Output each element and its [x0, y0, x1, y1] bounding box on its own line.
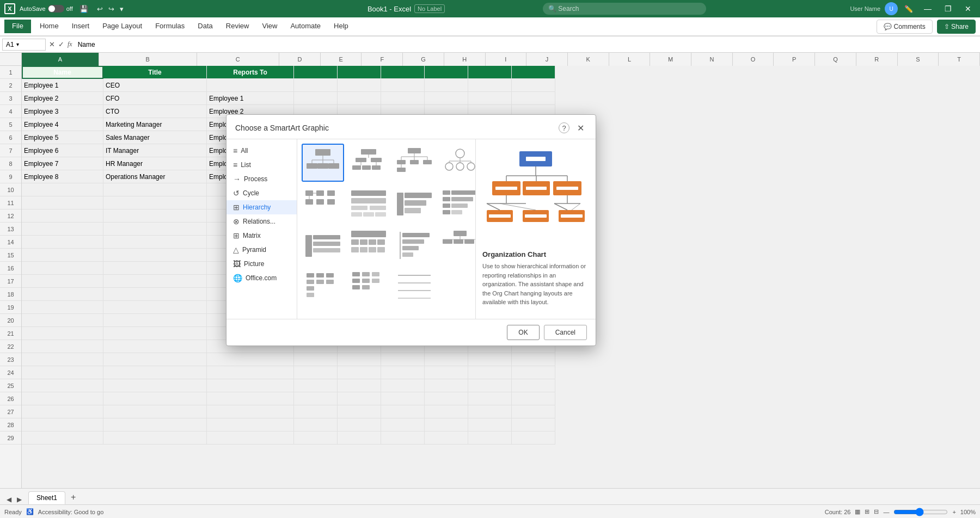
category-picture[interactable]: 🖼 Picture	[226, 257, 297, 271]
svg-rect-114	[495, 187, 517, 190]
svg-rect-83	[402, 246, 419, 250]
category-picture-label: Picture	[244, 260, 264, 268]
svg-rect-57	[405, 200, 426, 206]
chart-thumb-13[interactable]	[347, 268, 390, 306]
svg-rect-13	[356, 158, 366, 162]
category-all[interactable]: ≡ All	[226, 144, 297, 158]
svg-rect-59	[443, 190, 450, 195]
matrix-icon: ⊞	[233, 231, 240, 240]
svg-rect-89	[464, 239, 474, 244]
category-matrix-label: Matrix	[243, 232, 261, 239]
svg-rect-82	[402, 239, 424, 244]
relationship-icon: ⊗	[233, 217, 240, 226]
chart-thumb-10[interactable]	[393, 226, 436, 264]
dialog-body: ≡ All ≡ List → Process ↺ Cycle ⊞ Hiera	[226, 139, 596, 319]
dialog-close-button[interactable]: ✕	[574, 121, 587, 134]
svg-rect-70	[313, 248, 340, 252]
dialog-footer: OK Cancel	[226, 319, 596, 346]
dialog-header-icons: ? ✕	[559, 121, 587, 134]
svg-rect-19	[372, 165, 381, 170]
chart-thumb-7[interactable]	[439, 185, 476, 223]
chart-thumb-8[interactable]	[302, 226, 344, 264]
svg-rect-20	[408, 148, 421, 153]
svg-rect-30	[397, 168, 406, 172]
svg-point-33	[445, 163, 453, 170]
svg-rect-42	[316, 190, 324, 196]
svg-rect-99	[352, 272, 360, 276]
smartart-dialog: Choose a SmartArt Graphic ? ✕ ≡ All ≡ Li…	[226, 114, 596, 346]
category-relationship[interactable]: ⊗ Relations...	[226, 214, 297, 229]
chart-thumb-9[interactable]	[347, 226, 390, 264]
svg-rect-65	[443, 210, 450, 214]
category-cycle-label: Cycle	[243, 189, 259, 197]
chart-preview-description: Use to show hierarchical information or …	[482, 262, 589, 307]
svg-rect-87	[443, 239, 452, 244]
svg-rect-105	[372, 272, 379, 276]
svg-rect-78	[369, 247, 376, 252]
category-cycle[interactable]: ↺ Cycle	[226, 186, 297, 200]
svg-rect-53	[363, 212, 374, 217]
chart-thumb-0[interactable]	[302, 144, 344, 182]
svg-rect-62	[451, 197, 473, 201]
svg-rect-75	[377, 239, 385, 245]
category-matrix[interactable]: ⊞ Matrix	[226, 229, 297, 243]
pyramid-icon: △	[233, 245, 239, 254]
chart-thumb-12[interactable]	[302, 268, 344, 306]
dialog-categories: ≡ All ≡ List → Process ↺ Cycle ⊞ Hiera	[226, 139, 297, 319]
category-process-label: Process	[244, 175, 267, 183]
category-pyramid-label: Pyramid	[242, 246, 266, 254]
svg-rect-66	[451, 210, 462, 214]
svg-point-31	[456, 149, 464, 158]
chart-thumb-5[interactable]	[347, 185, 390, 223]
chart-thumb-2[interactable]	[393, 144, 436, 182]
preview-chart-image	[481, 146, 590, 244]
dialog-ok-button[interactable]: OK	[507, 325, 539, 340]
svg-rect-50	[351, 206, 367, 210]
svg-rect-48	[351, 190, 386, 196]
svg-rect-44	[305, 199, 313, 205]
svg-rect-46	[327, 190, 335, 196]
all-icon: ≡	[233, 146, 237, 155]
svg-rect-61	[443, 197, 450, 201]
svg-rect-100	[352, 279, 360, 283]
svg-rect-79	[377, 247, 385, 252]
svg-rect-93	[307, 286, 314, 291]
svg-rect-18	[362, 165, 371, 170]
chart-thumb-4[interactable]	[302, 185, 344, 223]
svg-rect-28	[423, 160, 432, 164]
svg-rect-102	[362, 272, 370, 276]
chart-thumb-11[interactable]	[439, 226, 476, 264]
svg-rect-92	[307, 280, 314, 284]
dialog-cancel-button[interactable]: Cancel	[544, 325, 587, 340]
dialog-title: Choose a SmartArt Graphic	[235, 124, 329, 132]
category-pyramid[interactable]: △ Pyramid	[226, 243, 297, 257]
chart-preview-name: Organization Chart	[482, 250, 546, 258]
svg-rect-55	[397, 193, 403, 215]
svg-rect-17	[352, 165, 361, 170]
svg-rect-76	[351, 247, 359, 252]
svg-rect-73	[360, 239, 367, 245]
svg-rect-84	[402, 252, 413, 257]
svg-rect-101	[352, 285, 360, 289]
dialog-preview: Organization Chart Use to show hierarchi…	[476, 139, 596, 319]
officecom-icon: 🌐	[233, 274, 242, 282]
chart-thumb-3[interactable]	[439, 144, 476, 182]
category-list[interactable]: ≡ List	[226, 158, 297, 172]
svg-rect-63	[443, 203, 450, 208]
category-officecom[interactable]: 🌐 Office.com	[226, 271, 297, 285]
category-list-label: List	[241, 161, 251, 169]
svg-point-35	[467, 163, 475, 170]
chart-thumb-6[interactable]	[393, 185, 436, 223]
picture-icon: 🖼	[233, 260, 241, 268]
dialog-help-button[interactable]: ?	[559, 122, 569, 133]
chart-thumb-14[interactable]	[393, 268, 436, 306]
svg-rect-68	[313, 235, 340, 239]
category-hierarchy[interactable]: ⊞ Hierarchy	[226, 200, 297, 214]
svg-rect-106	[372, 279, 379, 283]
svg-line-133	[500, 203, 536, 210]
chart-thumb-1[interactable]	[347, 144, 390, 182]
category-hierarchy-label: Hierarchy	[243, 203, 271, 211]
svg-rect-88	[454, 239, 463, 244]
svg-rect-10	[328, 163, 339, 169]
category-process[interactable]: → Process	[226, 172, 297, 186]
